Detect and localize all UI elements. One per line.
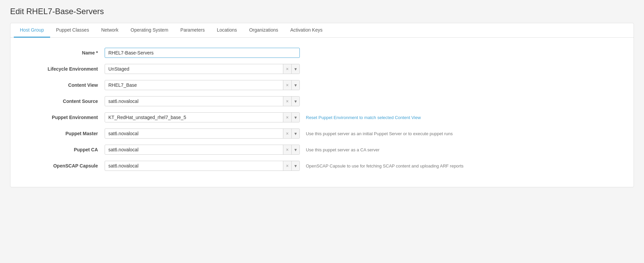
- tab-operating-system[interactable]: Operating System: [124, 23, 174, 38]
- puppet-ca-hint: Use this puppet server as a CA server: [306, 147, 380, 152]
- openscap-arrow-btn[interactable]: ▾: [291, 161, 299, 171]
- openscap-control-wrap: sat6.novalocal × ▾ OpenSCAP Capsule to u…: [105, 161, 464, 171]
- content-source-label: Content Source: [17, 99, 105, 104]
- puppet-ca-control-wrap: sat6.novalocal × ▾ Use this puppet serve…: [105, 145, 380, 155]
- content-view-clear-btn[interactable]: ×: [283, 80, 291, 90]
- lifecycle-control-wrap: UnStaged × ▾: [105, 64, 300, 74]
- puppet-env-label: Puppet Environment: [17, 115, 105, 120]
- edit-form-card: Host Group Puppet Classes Network Operat…: [10, 23, 634, 187]
- content-source-row: Content Source sat6.novalocal × ▾: [17, 96, 627, 106]
- tab-puppet-classes[interactable]: Puppet Classes: [50, 23, 95, 38]
- lifecycle-row: Lifecycle Environment UnStaged × ▾: [17, 64, 627, 74]
- puppet-master-select[interactable]: sat6.novalocal × ▾: [105, 128, 300, 139]
- name-row: Name *: [17, 48, 627, 58]
- reset-puppet-env-link[interactable]: Reset Puppet Environment to match select…: [306, 115, 421, 120]
- puppet-master-value: sat6.novalocal: [105, 129, 283, 138]
- openscap-hint: OpenSCAP Capsule to use for fetching SCA…: [306, 163, 464, 168]
- lifecycle-select[interactable]: UnStaged × ▾: [105, 64, 300, 74]
- puppet-ca-select[interactable]: sat6.novalocal × ▾: [105, 145, 300, 155]
- content-source-clear-btn[interactable]: ×: [283, 97, 291, 106]
- content-source-value: sat6.novalocal: [105, 97, 283, 106]
- puppet-ca-arrow-btn[interactable]: ▾: [291, 145, 299, 154]
- puppet-master-control-wrap: sat6.novalocal × ▾ Use this puppet serve…: [105, 128, 453, 139]
- content-view-select[interactable]: RHEL7_Base × ▾: [105, 80, 300, 90]
- name-label: Name *: [17, 50, 105, 55]
- puppet-ca-row: Puppet CA sat6.novalocal × ▾ Use this pu…: [17, 145, 627, 155]
- content-source-select[interactable]: sat6.novalocal × ▾: [105, 96, 300, 106]
- puppet-env-clear-btn[interactable]: ×: [283, 113, 291, 122]
- openscap-label: OpenSCAP Capsule: [17, 163, 105, 168]
- puppet-ca-value: sat6.novalocal: [105, 145, 283, 154]
- puppet-master-clear-btn[interactable]: ×: [283, 129, 291, 138]
- puppet-master-arrow-btn[interactable]: ▾: [291, 129, 299, 138]
- name-control-wrap: [105, 48, 300, 58]
- content-view-value: RHEL7_Base: [105, 80, 283, 90]
- form-body: Name * Lifecycle Environment UnStaged × …: [10, 38, 634, 187]
- puppet-env-arrow-btn[interactable]: ▾: [291, 113, 299, 122]
- openscap-row: OpenSCAP Capsule sat6.novalocal × ▾ Open…: [17, 161, 627, 171]
- puppet-env-value: KT_RedHat_unstaged_rhel7_base_5: [105, 113, 283, 122]
- content-view-row: Content View RHEL7_Base × ▾: [17, 80, 627, 90]
- puppet-ca-clear-btn[interactable]: ×: [283, 145, 291, 154]
- puppet-env-select[interactable]: KT_RedHat_unstaged_rhel7_base_5 × ▾: [105, 112, 300, 122]
- puppet-master-label: Puppet Master: [17, 131, 105, 136]
- tab-network[interactable]: Network: [95, 23, 124, 38]
- name-input[interactable]: [105, 48, 300, 58]
- lifecycle-value: UnStaged: [105, 64, 283, 74]
- lifecycle-clear-btn[interactable]: ×: [283, 64, 291, 74]
- puppet-ca-label: Puppet CA: [17, 147, 105, 152]
- page-title: Edit RHEL7-Base-Servers: [10, 7, 634, 16]
- tab-locations[interactable]: Locations: [211, 23, 243, 38]
- openscap-select[interactable]: sat6.novalocal × ▾: [105, 161, 300, 171]
- tab-organizations[interactable]: Organizations: [243, 23, 284, 38]
- tab-parameters[interactable]: Parameters: [174, 23, 211, 38]
- tab-activation-keys[interactable]: Activation Keys: [284, 23, 329, 38]
- puppet-env-control-wrap: KT_RedHat_unstaged_rhel7_base_5 × ▾ Rese…: [105, 112, 421, 122]
- content-source-arrow-btn[interactable]: ▾: [291, 97, 299, 106]
- puppet-master-row: Puppet Master sat6.novalocal × ▾ Use thi…: [17, 128, 627, 139]
- lifecycle-label: Lifecycle Environment: [17, 66, 105, 72]
- content-view-arrow-btn[interactable]: ▾: [291, 80, 299, 90]
- openscap-value: sat6.novalocal: [105, 161, 283, 171]
- tab-host-group[interactable]: Host Group: [14, 23, 50, 38]
- openscap-clear-btn[interactable]: ×: [283, 161, 291, 171]
- content-view-control-wrap: RHEL7_Base × ▾: [105, 80, 300, 90]
- lifecycle-arrow-btn[interactable]: ▾: [291, 64, 299, 74]
- puppet-master-hint: Use this puppet server as an initial Pup…: [306, 131, 453, 136]
- puppet-env-row: Puppet Environment KT_RedHat_unstaged_rh…: [17, 112, 627, 122]
- content-source-control-wrap: sat6.novalocal × ▾: [105, 96, 300, 106]
- tabs-bar: Host Group Puppet Classes Network Operat…: [10, 23, 634, 38]
- content-view-label: Content View: [17, 82, 105, 88]
